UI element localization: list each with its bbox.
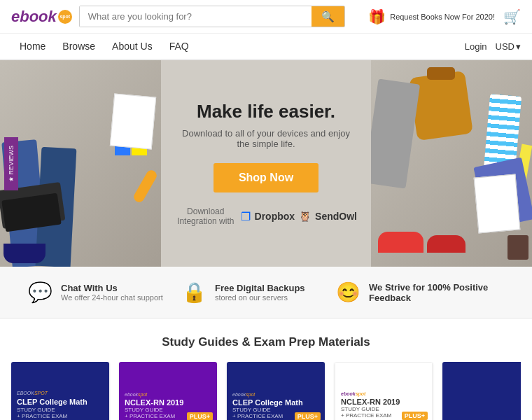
currency-label: USD	[496, 41, 514, 52]
feature-feedback: 😊 We Strive for 100% Positive Feedback	[336, 281, 504, 304]
products-grid: ebookspot CLEP College Math STUDY GUIDE+…	[11, 362, 521, 420]
chat-icon: 💬	[28, 281, 52, 304]
search-button[interactable]: 🔍	[312, 6, 344, 27]
product-name-4: NCLEX-RN 2019	[341, 398, 426, 406]
header-right: 🎁 Request Books Now For 2020! 🛒	[368, 8, 521, 25]
logo-text: ebook	[11, 8, 57, 26]
dropbox-label: Dropbox	[255, 211, 295, 222]
hero-title: Make life easier.	[197, 101, 335, 122]
integration-section: Download Integration with ❐ Dropbox 🦉 Se…	[175, 206, 357, 226]
hero-banner: Make life easier. Download to all of you…	[0, 60, 532, 267]
search-bar: 🔍	[79, 6, 345, 27]
product-card-4[interactable]: ebookspot NCLEX-RN 2019 STUDY GUIDE+ PRA…	[335, 362, 433, 420]
logo[interactable]: ebook spot	[11, 8, 72, 26]
currency-selector[interactable]: USD ▾	[496, 41, 521, 52]
product-card-3[interactable]: ebookspot CLEP College Math STUDY GUIDE+…	[227, 362, 325, 420]
integration-text: Download Integration with	[175, 206, 237, 226]
nav-about[interactable]: About Us	[104, 34, 161, 59]
product-tag-4: ebookspot	[341, 391, 426, 396]
sendowl-icon: 🦉	[299, 211, 311, 222]
gift-icon: 🎁	[368, 8, 386, 25]
nav-faq[interactable]: FAQ	[161, 34, 197, 59]
lock-icon: 🔒	[182, 281, 206, 304]
search-input[interactable]	[80, 6, 312, 27]
dropbox-icon: ❐	[241, 210, 251, 223]
hero-subtitle: Download to all of your devices and enjo…	[175, 128, 357, 149]
sendowl-label: SendOwl	[315, 211, 357, 222]
product-tag-2: ebookspot	[125, 392, 211, 397]
product-name-1: CLEP College Math	[17, 397, 104, 407]
products-title: Study Guides & Exam Prep Materials	[11, 335, 521, 349]
feature-backup-title: Free Digital Backups	[215, 283, 305, 293]
gift-text: Request Books Now For 2020!	[390, 13, 495, 21]
product-sub-1: STUDY GUIDE+ PRACTICE EXAM	[17, 407, 104, 419]
product-tag-3: ebookspot	[232, 392, 319, 397]
product-name-2: NCLEX-RN 2019	[125, 398, 211, 407]
product-card-1[interactable]: ebookspot CLEP College Math STUDY GUIDE+…	[11, 362, 109, 420]
hero-left-image	[0, 60, 161, 267]
product-tag-1: ebookspot	[17, 391, 104, 396]
feature-backup: 🔒 Free Digital Backups stored on our ser…	[182, 281, 336, 304]
products-section: Study Guides & Exam Prep Materials ebook…	[0, 318, 532, 420]
feature-chat: 💬 Chat With Us We offer 24-hour chat sup…	[28, 281, 182, 304]
logo-spot-badge: spot	[58, 10, 72, 24]
smile-icon: 😊	[336, 281, 360, 304]
nav-browse[interactable]: Browse	[54, 34, 104, 59]
features-bar: 💬 Chat With Us We offer 24-hour chat sup…	[0, 267, 532, 318]
nav-home[interactable]: Home	[11, 34, 54, 59]
product-name-3: CLEP College Math	[232, 398, 319, 407]
cart-icon[interactable]: 🛒	[503, 8, 521, 25]
hero-right-image	[371, 60, 532, 267]
feature-chat-title: Chat With Us	[61, 283, 163, 293]
plus-badge-3: PLUS+	[295, 412, 321, 420]
feature-feedback-title: We Strive for 100% Positive Feedback	[369, 282, 504, 303]
shop-now-button[interactable]: Shop Now	[214, 163, 318, 192]
reviews-tab[interactable]: ★ REVIEWS	[4, 136, 18, 190]
feature-backup-desc: stored on our servers	[215, 293, 305, 302]
feature-chat-desc: We offer 24-hour chat support	[61, 293, 163, 302]
plus-badge-2: PLUS+	[187, 412, 213, 420]
gift-request: 🎁 Request Books Now For 2020!	[368, 8, 495, 25]
chevron-down-icon: ▾	[516, 41, 521, 52]
plus-badge-4: PLUS+	[402, 412, 428, 420]
hero-center: Make life easier. Download to all of you…	[161, 60, 371, 267]
product-card-2[interactable]: ebookspot NCLEX-RN 2019 STUDY GUIDE+ PRA…	[119, 362, 217, 420]
login-button[interactable]: Login	[465, 41, 487, 52]
nav-bar: Home Browse About Us FAQ Login USD ▾	[0, 34, 532, 60]
product-card-5[interactable]	[442, 362, 521, 420]
